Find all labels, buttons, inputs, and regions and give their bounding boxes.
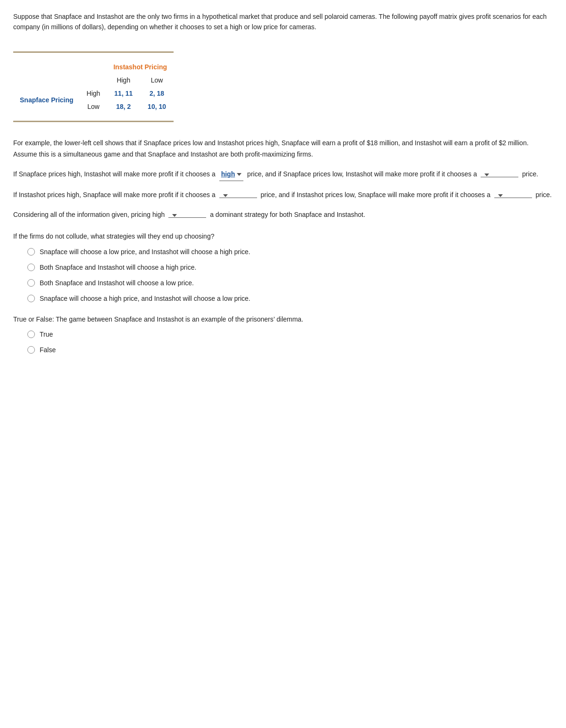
- question1-option-4-label: Snapface will choose a high price, and I…: [40, 294, 250, 304]
- radio-circle-true[interactable]: [27, 331, 35, 338]
- dropdown-snapface-instashot-low[interactable]: [494, 194, 532, 198]
- intro-paragraph: Suppose that Snapface and Instashot are …: [13, 11, 553, 33]
- paragraph2: If Instashot prices high, Snapface will …: [13, 190, 553, 201]
- paragraph2-middle: price, and if Instashot prices low, Snap…: [261, 191, 491, 199]
- question1-option-4[interactable]: Snapface will choose a high price, and I…: [27, 294, 553, 304]
- paragraph3-suffix: a dominant strategy for both Snapface an…: [210, 211, 365, 218]
- question1-option-2-label: Both Snapface and Instashot will choose …: [40, 263, 196, 273]
- dropdown-arrow-3: [223, 194, 228, 197]
- payoff-matrix: Instashot Pricing High Low Snapface Pric…: [13, 51, 174, 122]
- question1-option-1-label: Snapface will choose a low price, and In…: [40, 247, 250, 257]
- row-label-low: Low: [80, 100, 107, 113]
- radio-circle-4[interactable]: [27, 295, 35, 302]
- cell-low-low: 10, 10: [140, 100, 174, 113]
- instashot-pricing-header: Instashot Pricing: [107, 60, 174, 74]
- dropdown-arrow-1: [237, 173, 241, 176]
- paragraph1-middle: price, and if Snapface prices low, Insta…: [247, 170, 477, 178]
- paragraph2-prefix: If Instashot prices high, Snapface will …: [13, 191, 216, 199]
- question1-radio-group: Snapface will choose a low price, and In…: [27, 247, 553, 304]
- cell-high-low: 2, 18: [140, 87, 174, 100]
- question2-option-true[interactable]: True: [27, 330, 553, 339]
- radio-circle-3[interactable]: [27, 279, 35, 287]
- radio-circle-1[interactable]: [27, 248, 35, 256]
- question1-option-1[interactable]: Snapface will choose a low price, and In…: [27, 247, 553, 257]
- dropdown-snapface-instashot-high[interactable]: [219, 194, 257, 198]
- paragraph1-suffix: price.: [522, 170, 538, 178]
- question1-text: If the firms do not collude, what strate…: [13, 231, 553, 242]
- dropdown-dominant-strategy[interactable]: [168, 214, 206, 218]
- paragraph1-prefix: If Snapface prices high, Instashot will …: [13, 170, 216, 178]
- dropdown-instashot-snapface-high[interactable]: high: [219, 168, 244, 181]
- snapface-pricing-label: Snapface Pricing: [13, 87, 80, 113]
- question1-section: If the firms do not collude, what strate…: [13, 231, 553, 304]
- question2-option-true-label: True: [40, 330, 53, 339]
- paragraph2-suffix: price.: [535, 191, 551, 199]
- question1-option-3[interactable]: Both Snapface and Instashot will choose …: [27, 278, 553, 288]
- dropdown-value-high: high: [221, 169, 235, 180]
- question2-text: True or False: The game between Snapface…: [13, 314, 553, 325]
- dropdown-arrow-4: [498, 194, 503, 197]
- question1-option-3-label: Both Snapface and Instashot will choose …: [40, 278, 194, 288]
- row-label-high: High: [80, 87, 107, 100]
- question2-radio-group: True False: [27, 330, 553, 355]
- question2-section: True or False: The game between Snapface…: [13, 314, 553, 356]
- question2-option-false-label: False: [40, 345, 56, 355]
- question2-option-false[interactable]: False: [27, 345, 553, 355]
- cell-low-high: 18, 2: [107, 100, 140, 113]
- dropdown-arrow-2: [484, 174, 489, 176]
- paragraph1: If Snapface prices high, Instashot will …: [13, 168, 553, 181]
- col-header-high: High: [107, 74, 140, 87]
- paragraph3: Considering all of the information given…: [13, 209, 553, 221]
- col-header-low: Low: [140, 74, 174, 87]
- radio-circle-2[interactable]: [27, 264, 35, 271]
- cell-high-high: 11, 11: [107, 87, 140, 100]
- dropdown-arrow-5: [172, 214, 177, 217]
- example-paragraph: For example, the lower-left cell shows t…: [13, 138, 553, 160]
- paragraph3-prefix: Considering all of the information given…: [13, 211, 165, 218]
- radio-circle-false[interactable]: [27, 346, 35, 354]
- dropdown-instashot-snapface-low[interactable]: [481, 173, 518, 177]
- question1-option-2[interactable]: Both Snapface and Instashot will choose …: [27, 263, 553, 273]
